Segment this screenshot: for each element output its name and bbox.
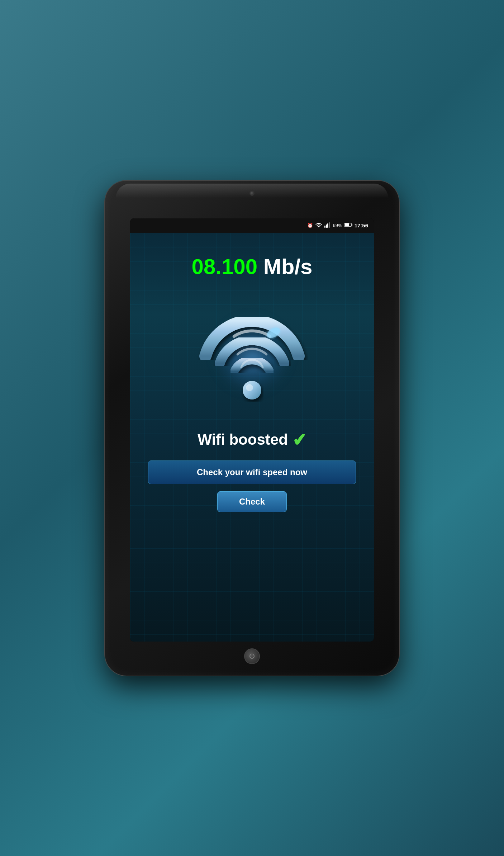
checkmark-icon: ✔ bbox=[291, 429, 307, 450]
tablet-device: ⏰ 69% bbox=[105, 181, 399, 676]
wifi-3d-icon bbox=[191, 293, 313, 415]
wifi-boosted-section: Wifi boosted ✔ bbox=[198, 430, 306, 450]
status-icons: ⏰ 69% bbox=[307, 222, 368, 229]
speed-check-banner: Check your wifi speed now bbox=[148, 460, 356, 484]
screen-container: ⏰ 69% bbox=[130, 218, 374, 642]
camera bbox=[249, 191, 255, 196]
svg-rect-1 bbox=[326, 224, 327, 228]
wifi-icon-container bbox=[184, 286, 320, 422]
wifi-boosted-label: Wifi boosted bbox=[198, 431, 288, 448]
status-bar: ⏰ 69% bbox=[130, 218, 374, 233]
battery-percent: 69% bbox=[333, 223, 342, 228]
svg-rect-2 bbox=[327, 223, 328, 228]
power-button[interactable] bbox=[244, 648, 260, 664]
svg-rect-6 bbox=[352, 224, 352, 226]
speed-unit: Mb/s bbox=[263, 255, 313, 279]
time-display: 17:56 bbox=[355, 222, 368, 228]
svg-rect-5 bbox=[345, 223, 349, 226]
svg-rect-3 bbox=[329, 222, 330, 228]
speed-display: 08.100 Mb/s bbox=[192, 254, 313, 279]
battery-icon bbox=[344, 222, 352, 228]
svg-rect-0 bbox=[324, 226, 325, 228]
speed-check-label: Check your wifi speed now bbox=[197, 467, 307, 477]
svg-point-8 bbox=[246, 384, 253, 391]
wifi-icon bbox=[315, 222, 322, 229]
signal-icon bbox=[324, 222, 331, 229]
alarm-icon: ⏰ bbox=[307, 223, 313, 228]
screen-content: 08.100 Mb/s bbox=[130, 233, 374, 642]
check-button[interactable]: Check bbox=[217, 491, 287, 512]
speed-value: 08.100 bbox=[192, 255, 258, 279]
